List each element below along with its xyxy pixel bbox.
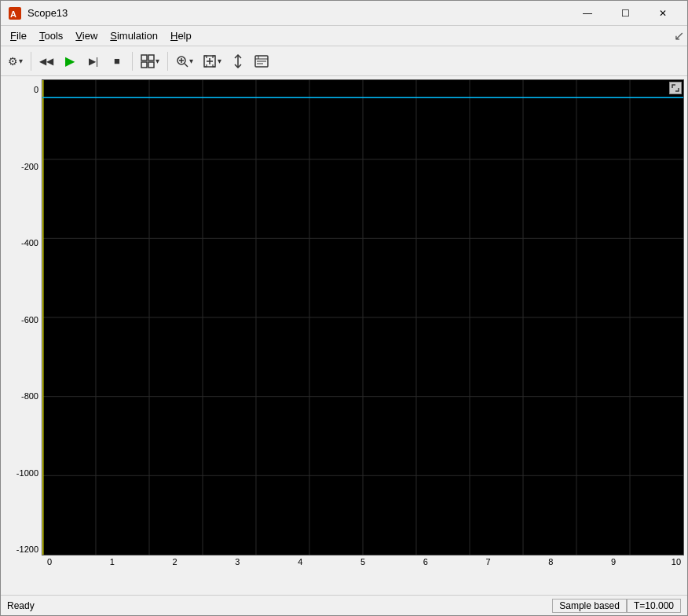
main-window: A Scope13 — ☐ ✕ File Tools View Simulati…	[0, 0, 688, 616]
x-label-8: 8	[543, 557, 558, 566]
run-icon: ▶	[65, 53, 75, 68]
svg-line-7	[185, 64, 188, 67]
stop-icon: ■	[114, 55, 120, 67]
svg-rect-4	[141, 62, 147, 68]
window-title: Scope13	[27, 7, 569, 19]
parameters-icon	[254, 54, 269, 68]
app-icon: A	[7, 6, 23, 21]
y-label-800: -800	[4, 392, 42, 401]
status-right: Sample based T=10.000	[552, 599, 681, 613]
layout-icon	[141, 54, 155, 68]
menu-bar: File Tools View Simulation Help ↙	[1, 26, 687, 46]
parameters-button[interactable]	[251, 50, 273, 73]
status-sample-based: Sample based	[552, 599, 627, 613]
x-label-3: 3	[229, 557, 245, 566]
x-label-0: 0	[42, 557, 57, 566]
fit-icon	[203, 54, 217, 68]
content-area: 0 -200 -400 -600 -800 -1000 -1200	[1, 76, 687, 595]
svg-rect-5	[148, 62, 154, 68]
minimize-button[interactable]: —	[569, 2, 606, 25]
settings-dropdown-arrow: ▾	[19, 57, 23, 65]
separator-3	[167, 52, 168, 71]
x-label-2: 2	[167, 557, 183, 566]
x-label-4: 4	[292, 557, 308, 566]
plot-container: 0 -200 -400 -600 -800 -1000 -1200	[1, 76, 687, 595]
x-label-5: 5	[355, 557, 371, 566]
svg-text:A: A	[10, 9, 16, 19]
x-axis-labels: 0 1 2 3 4 5 6 7 8 9 10	[42, 556, 684, 573]
fit-group: ▾	[199, 50, 225, 73]
maximize-button[interactable]: ☐	[607, 2, 643, 25]
zoom-icon	[176, 55, 188, 68]
y-label-200: -200	[4, 163, 42, 171]
y-label-1200: -1200	[4, 545, 42, 554]
y-label-400: -400	[4, 239, 42, 248]
menu-tools[interactable]: Tools	[33, 28, 69, 43]
settings-button[interactable]: ⚙ ▾	[4, 50, 27, 73]
x-label-10: 10	[668, 557, 684, 566]
settings-group: ⚙ ▾	[4, 50, 27, 73]
menu-simulation[interactable]: Simulation	[104, 28, 164, 43]
x-label-7: 7	[481, 557, 496, 566]
x-label-9: 9	[606, 557, 621, 566]
expand-icon	[672, 84, 679, 92]
chart-area[interactable]	[42, 79, 684, 556]
zoom-dropdown-arrow: ▾	[189, 57, 193, 65]
separator-2	[132, 52, 133, 71]
run-button[interactable]: ▶	[59, 50, 81, 73]
x-label-1: 1	[104, 557, 120, 566]
fit-button[interactable]: ▾	[199, 50, 225, 73]
rewind-button[interactable]: ◀◀	[35, 50, 57, 73]
y-label-1000: -1000	[4, 469, 42, 478]
menu-help[interactable]: Help	[164, 28, 198, 43]
rewind-icon: ◀◀	[39, 56, 53, 67]
svg-rect-3	[148, 55, 154, 60]
stop-button[interactable]: ■	[106, 50, 128, 73]
y-label-600: -600	[4, 316, 42, 324]
layout-dropdown-arrow: ▾	[156, 57, 159, 65]
window-controls: — ☐ ✕	[569, 2, 681, 25]
status-time: T=10.000	[627, 599, 681, 613]
menu-view[interactable]: View	[69, 28, 104, 43]
layout-group: ▾	[137, 50, 163, 73]
zoom-button[interactable]: ▾	[172, 50, 197, 73]
zoom-group: ▾	[172, 50, 197, 73]
title-bar: A Scope13 — ☐ ✕	[1, 1, 687, 26]
menu-file[interactable]: File	[4, 28, 33, 43]
y-axis-labels: 0 -200 -400 -600 -800 -1000 -1200	[4, 79, 42, 573]
y-label-0: 0	[4, 86, 42, 94]
cursor-button[interactable]	[227, 50, 249, 73]
close-button[interactable]: ✕	[645, 2, 681, 25]
chart-svg	[42, 80, 683, 555]
toolbar: ⚙ ▾ ◀◀ ▶ ▶| ■ ▾	[1, 46, 687, 76]
status-bar: Ready Sample based T=10.000	[1, 595, 687, 615]
svg-rect-2	[141, 55, 147, 60]
x-label-6: 6	[418, 557, 434, 566]
expand-button[interactable]	[669, 82, 682, 94]
separator-1	[31, 52, 31, 71]
cursor-icon	[231, 54, 245, 68]
plot-wrapper: 0 -200 -400 -600 -800 -1000 -1200	[4, 79, 684, 573]
pin-icon[interactable]: ↙	[674, 28, 684, 43]
layout-button[interactable]: ▾	[137, 50, 163, 73]
step-button[interactable]: ▶|	[82, 50, 104, 73]
gear-icon: ⚙	[8, 55, 18, 68]
step-icon: ▶|	[89, 56, 98, 67]
fit-dropdown-arrow: ▾	[218, 57, 221, 65]
status-ready: Ready	[7, 600, 552, 611]
